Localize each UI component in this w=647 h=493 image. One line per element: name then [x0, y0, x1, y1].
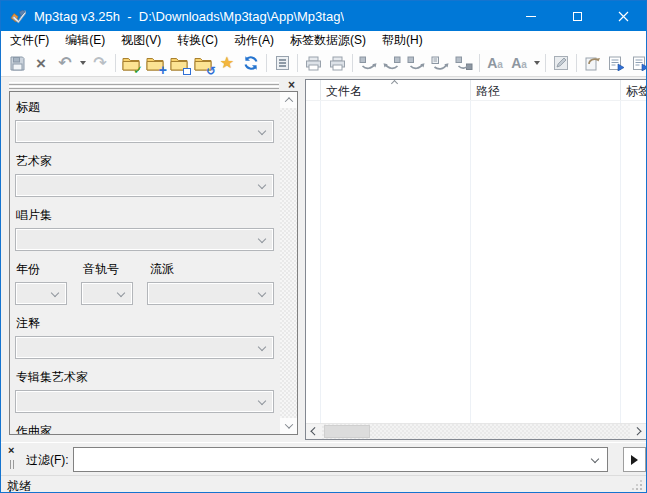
chevron-down-icon [117, 289, 125, 297]
scroll-up-button[interactable] [280, 92, 297, 108]
edit-tag-icon[interactable] [549, 51, 573, 75]
toolbar-separator [576, 54, 577, 72]
column-separator[interactable] [620, 80, 621, 100]
redo-icon[interactable]: ↷ [88, 51, 112, 75]
folder-up-icon[interactable]: ↺ [191, 51, 215, 75]
column-separator[interactable] [470, 80, 471, 100]
maximize-button[interactable] [554, 1, 600, 31]
menu-edit[interactable]: 编辑(E) [57, 30, 113, 51]
resize-grip[interactable] [640, 488, 642, 490]
toolbar-separator [545, 54, 546, 72]
year-combo[interactable] [15, 282, 67, 305]
album-artist-label: 专辑集艺术家 [16, 369, 274, 386]
title-bar: Mp3tag v3.25h - D:\Downloads\Mp3tag\App\… [1, 1, 646, 31]
save-tag-icon[interactable] [5, 51, 29, 75]
column-gridline [620, 101, 621, 423]
app-window: Mp3tag v3.25h - D:\Downloads\Mp3tag\App\… [0, 0, 647, 493]
menu-view[interactable]: 视图(V) [113, 30, 169, 51]
check-badge-icon: ✓ [133, 64, 143, 76]
artist-combo[interactable] [15, 174, 274, 197]
undo-dropdown-icon[interactable] [77, 51, 88, 75]
column-separator[interactable] [320, 80, 321, 100]
tag-panel-fields: 标题 艺术家 唱片集 年份 音轨号 流派 [10, 92, 280, 434]
menu-file[interactable]: 文件(F) [2, 30, 57, 51]
title-label: 标题 [16, 99, 274, 116]
print-preview-icon[interactable] [325, 51, 349, 75]
scroll-right-button[interactable] [630, 424, 646, 439]
tag-panel-close-button[interactable]: × [285, 79, 298, 91]
convert-tag-filename-icon[interactable] [356, 51, 380, 75]
folder-add-icon[interactable]: + [143, 51, 167, 75]
genre-combo[interactable] [147, 282, 274, 305]
album-label: 唱片集 [16, 207, 274, 224]
favorites-star-icon[interactable]: ★ [215, 51, 239, 75]
remove-tag-icon[interactable]: × [29, 51, 53, 75]
track-combo[interactable] [81, 282, 133, 305]
print-icon[interactable] [301, 51, 325, 75]
column-tag[interactable]: 标签 [626, 83, 647, 100]
minimize-button[interactable] [508, 1, 554, 31]
menu-convert[interactable]: 转换(C) [169, 30, 226, 51]
toolbar-separator [115, 54, 116, 72]
refresh-icon[interactable] [239, 51, 263, 75]
comment-label: 注释 [16, 315, 274, 332]
filter-close-button[interactable]: × [8, 445, 14, 455]
extended-tags-icon[interactable] [270, 51, 294, 75]
album-artist-combo[interactable] [15, 390, 274, 413]
column-filename[interactable]: 文件名 [326, 83, 362, 100]
playlist-icon[interactable] [604, 51, 628, 75]
close-button[interactable] [600, 1, 646, 31]
chevron-down-icon [258, 289, 266, 297]
tag-panel: 标题 艺术家 唱片集 年份 音轨号 流派 [9, 91, 298, 435]
window-controls [508, 1, 646, 31]
case-conversion-icon[interactable]: Aa [483, 51, 507, 75]
convert-filename-tag-icon[interactable] [380, 51, 404, 75]
menu-help[interactable]: 帮助(H) [374, 30, 431, 51]
web-sources-icon[interactable] [580, 51, 604, 75]
scroll-down-button[interactable] [280, 418, 297, 434]
filter-grip[interactable] [10, 460, 14, 469]
minimize-icon [526, 16, 536, 17]
file-list-body[interactable] [306, 101, 646, 423]
menu-tag-sources[interactable]: 标签数据源(S) [282, 30, 374, 51]
convert-filename-filename-icon[interactable] [404, 51, 428, 75]
folder-change-icon[interactable]: ✓ [119, 51, 143, 75]
actions-dropdown-icon[interactable] [531, 51, 542, 75]
chevron-up-icon [284, 97, 292, 105]
artist-label: 艺术家 [16, 153, 274, 170]
status-text: 就绪 [7, 478, 31, 493]
album-combo[interactable] [15, 228, 274, 251]
undo-icon[interactable]: ↶ [53, 51, 77, 75]
menu-actions[interactable]: 动作(A) [226, 30, 282, 51]
chevron-down-icon [258, 397, 266, 405]
chevron-down-icon [591, 455, 599, 463]
chevron-down-icon [258, 235, 266, 243]
chevron-left-icon [310, 427, 318, 435]
convert-tag-tag-icon[interactable] [452, 51, 476, 75]
mp3tag-logo-icon[interactable] [10, 8, 26, 24]
toolbar-separator [266, 54, 267, 72]
scrollbar-thumb[interactable] [324, 425, 370, 438]
convert-textfile-tag-icon[interactable] [428, 51, 452, 75]
file-list[interactable]: 文件名 路径 标签 [305, 79, 647, 440]
year-track-genre-labels: 年份 音轨号 流派 [15, 261, 274, 282]
playlist-all-icon[interactable] [628, 51, 646, 75]
chevron-down-icon [258, 343, 266, 351]
chevron-down-icon [258, 181, 266, 189]
comment-combo[interactable] [15, 336, 274, 359]
scroll-left-button[interactable] [306, 424, 322, 439]
filter-input[interactable] [73, 447, 608, 472]
file-list-header: 文件名 路径 标签 [306, 80, 646, 101]
column-path[interactable]: 路径 [476, 83, 500, 100]
title-combo[interactable] [15, 120, 274, 143]
year-track-genre-combos [15, 282, 274, 315]
plus-badge-icon: + [159, 63, 167, 77]
tag-panel-grip[interactable]: × [9, 79, 298, 91]
tag-panel-scrollbar[interactable] [280, 92, 297, 434]
filter-run-button[interactable] [623, 447, 646, 472]
horizontal-scrollbar[interactable] [306, 423, 646, 439]
folder-favorites-icon[interactable] [167, 51, 191, 75]
main-area: × 标题 艺术家 唱片集 [1, 77, 646, 442]
actions-icon[interactable]: Aa [507, 51, 531, 75]
window-title: Mp3tag v3.25h - D:\Downloads\Mp3tag\App\… [34, 9, 344, 24]
